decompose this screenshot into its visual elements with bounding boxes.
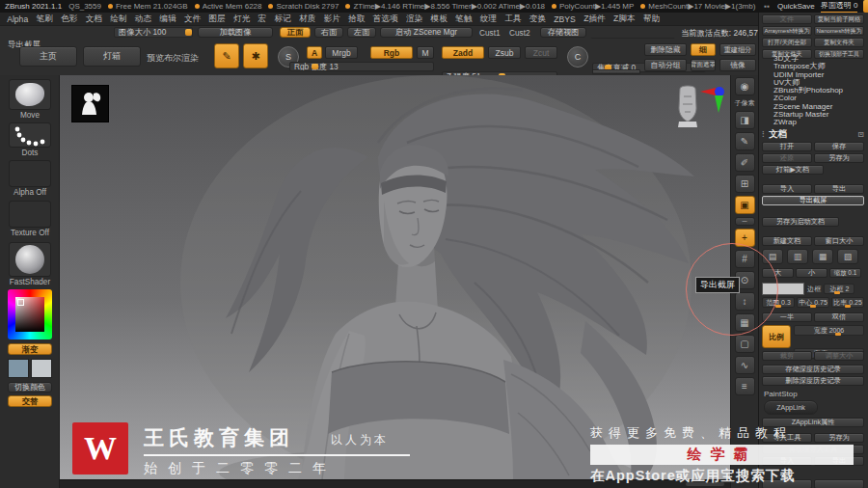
doc-scale-button[interactable]: 缩放 0.1 (829, 268, 861, 278)
gradient-button[interactable]: 渐变 (8, 343, 52, 355)
current-brush-thumb[interactable] (9, 79, 51, 110)
zscene-mgr-button[interactable]: 启动 ZScene Mgr (380, 27, 473, 38)
menu-item[interactable]: Alpha (3, 14, 32, 24)
menu-item[interactable]: 笔触 (451, 14, 476, 25)
menu-item[interactable]: 绘制 (106, 14, 131, 25)
document-button[interactable]: 灯箱▶文档 (762, 165, 824, 175)
image-size-slider[interactable]: 图像大小 100 (114, 27, 193, 38)
doc-size-icon[interactable]: ▦ (812, 249, 833, 264)
doc-size-icon[interactable]: ▤ (762, 249, 783, 264)
document-button[interactable]: 窗口大小 (814, 236, 864, 246)
menu-item[interactable]: Z插件 (580, 14, 610, 25)
right-shelf-icon[interactable]: ✎ (735, 132, 755, 150)
panel-button[interactable]: Arraymesh转换为 (762, 26, 812, 36)
sculpt-viewport[interactable] (60, 75, 730, 479)
doc-scale-button[interactable]: 小 (796, 268, 827, 278)
document-section-header[interactable]: ⫶ 文档 ⊡ (762, 128, 864, 141)
mrgb-button[interactable]: Mrgb (325, 46, 358, 59)
zcut-button[interactable]: Zcut (525, 46, 557, 59)
menu-item[interactable]: 渲染 (402, 14, 427, 25)
doc-scale-button[interactable]: 大 (762, 268, 794, 278)
main-color-swatch[interactable] (8, 359, 29, 378)
right-shelf-icon[interactable]: ◉ (735, 77, 755, 95)
mrgb-a-button[interactable]: A (307, 46, 322, 59)
delete-hidden-button[interactable]: 删除隐藏 (644, 43, 687, 56)
menu-item[interactable]: 材质 (295, 14, 320, 25)
right-shelf-icon[interactable]: ─ (735, 217, 755, 226)
menu-item[interactable]: 色彩 (57, 14, 82, 25)
document-button[interactable]: 导出截屏 (762, 196, 864, 205)
delete-depth-button[interactable]: 删除深度历史记录 (762, 376, 864, 386)
right-shelf-icon[interactable]: ⊞ (735, 175, 755, 193)
doc-size-icon[interactable]: ▧ (837, 249, 858, 264)
store-depth-button[interactable]: 存储深度历史记录 (762, 365, 864, 374)
texture-thumb[interactable] (9, 201, 51, 228)
menu-item[interactable]: 影片 (320, 14, 345, 25)
axis-gizmo-icon[interactable] (698, 81, 729, 118)
group-button[interactable]: 细 (691, 43, 716, 56)
right-shelf-icon[interactable]: ◨ (735, 111, 755, 129)
panel-button[interactable]: Nanomesh转换为 (814, 26, 864, 36)
right-shelf-icon[interactable]: ↕ (735, 292, 755, 311)
menu-item[interactable]: 工具 (501, 14, 526, 25)
resize-button[interactable]: 调整大小 (814, 351, 864, 361)
ratio-button[interactable]: 比例 (762, 325, 791, 348)
alternate-button[interactable]: 交替 (8, 395, 52, 407)
menu-item[interactable]: 笔刷 (32, 14, 57, 25)
menu-item[interactable]: 纹理 (475, 14, 501, 25)
secondary-color-swatch[interactable] (31, 359, 52, 378)
viewport-canvas[interactable] (60, 75, 730, 479)
zadd-button[interactable]: Zadd (442, 46, 484, 59)
right-shelf-icon[interactable]: # (735, 250, 755, 268)
draw-mode-button[interactable]: ✱ (243, 43, 268, 68)
right-view-button[interactable]: 右面 (314, 27, 343, 38)
right-shelf-icon[interactable]: ▢ (735, 335, 755, 353)
rgb-intensity-slider[interactable]: Rgb 强度 13 (289, 62, 434, 71)
cust1-button[interactable]: Cust1 (479, 28, 501, 38)
crop-button[interactable]: 裁剪 (762, 351, 812, 361)
right-shelf-icon[interactable]: ≡ (735, 377, 755, 395)
zplugin-item[interactable]: ZWrap (764, 119, 866, 126)
panel-button[interactable]: 复制文件夹 (814, 38, 864, 47)
document-button[interactable]: 保存 (814, 142, 864, 151)
auto-groups-button[interactable]: 自动分组 (644, 59, 687, 71)
document-button[interactable]: 新建文档 (762, 236, 812, 246)
menus-toggle-button[interactable]: 菜单 (863, 0, 868, 13)
half-button[interactable]: 一半 (762, 312, 812, 322)
document-button[interactable]: 导入 (762, 184, 812, 194)
menu-item[interactable]: 文件 (180, 14, 205, 25)
right-shelf-icon[interactable]: + (735, 229, 755, 247)
right-shelf-icon[interactable]: ▣ (735, 196, 755, 214)
border-slider[interactable]: 范围 0.3 (762, 297, 795, 308)
border-slider[interactable]: 中心 0.75 (797, 297, 829, 308)
m-button[interactable]: M (417, 46, 434, 59)
reference-thumbnail[interactable] (71, 85, 109, 122)
right-shelf-icon[interactable]: ▦ (735, 313, 755, 332)
curve-c-button[interactable]: C (567, 46, 588, 68)
menu-item[interactable]: 帮助 (639, 14, 665, 25)
rebuild-subdiv-button[interactable]: 重建细分 (719, 43, 756, 56)
menu-item[interactable]: 拾取 (344, 14, 369, 25)
border-color-swatch[interactable] (762, 283, 804, 295)
panel-button[interactable]: 文件 (762, 14, 812, 24)
ui-opacity-slider[interactable]: 界面透明 0 (821, 0, 858, 14)
subdiv-slider[interactable] (592, 69, 640, 74)
zsub-button[interactable]: Zsub (488, 46, 521, 59)
quicksave-button[interactable]: QuickSave (777, 2, 815, 11)
right-shelf-icon[interactable]: ✐ (735, 153, 755, 172)
border-slider[interactable]: 比率 0.25 (831, 297, 864, 308)
document-button[interactable]: 打开 (762, 142, 812, 151)
menu-item[interactable]: 首选项 (369, 14, 402, 25)
home-button[interactable]: 主页 (19, 46, 77, 67)
front-view-button[interactable]: 正面 (280, 27, 311, 38)
menu-item[interactable]: 图层 (204, 14, 230, 25)
color-picker[interactable] (8, 289, 52, 339)
document-button[interactable]: 还原 (762, 153, 812, 163)
load-image-button[interactable]: 加载图像 (198, 27, 273, 38)
material-thumb[interactable] (9, 242, 51, 277)
menu-item[interactable]: 灯光 (230, 14, 255, 25)
menu-item[interactable]: ZBYS (550, 14, 580, 24)
doc-size-icon[interactable]: ▥ (787, 249, 808, 264)
mirror-button[interactable]: 镜像 (719, 59, 756, 71)
cust2-button[interactable]: Cust2 (509, 28, 530, 38)
